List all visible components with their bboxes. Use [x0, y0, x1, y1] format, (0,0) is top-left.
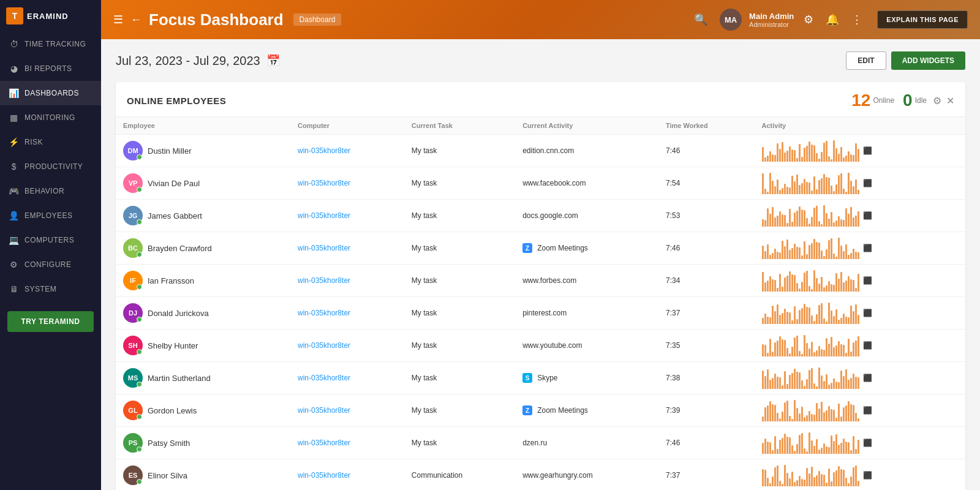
activity-bar	[840, 272, 842, 292]
activity-bar	[858, 315, 859, 324]
activity-bar	[855, 216, 857, 227]
activity-bar	[777, 341, 778, 356]
activity-bar	[853, 217, 854, 227]
activity-bar	[850, 306, 852, 324]
activity-bar	[816, 153, 818, 162]
try-teramind-button[interactable]: TRY TERAMIND	[7, 311, 94, 332]
video-icon[interactable]: ⬛	[863, 374, 872, 382]
activity-bar	[767, 369, 769, 389]
activity-bar	[853, 186, 854, 194]
video-icon[interactable]: ⬛	[863, 146, 872, 155]
video-icon[interactable]: ⬛	[863, 276, 872, 285]
activity-bar	[813, 352, 815, 356]
activity-bar	[838, 154, 840, 162]
activity-bar	[850, 181, 852, 194]
time-worked-cell: 7:53	[658, 200, 754, 232]
idle-label: Idle	[915, 96, 927, 105]
task-cell: My task	[404, 135, 515, 167]
activity-bar	[806, 468, 808, 486]
activity-bar	[796, 158, 798, 162]
table-header: EmployeeComputerCurrent TaskCurrent Acti…	[116, 117, 965, 135]
video-icon[interactable]: ⬛	[863, 309, 872, 317]
activity-bar	[840, 219, 842, 227]
notification-icon[interactable]: 🔔	[826, 13, 839, 26]
activity-bar	[845, 369, 847, 389]
task-cell: My task	[404, 362, 515, 394]
activity-bar	[833, 379, 835, 389]
settings-icon[interactable]: ⚙	[804, 13, 813, 26]
activity-bar	[845, 244, 847, 259]
sidebar-item-productivity[interactable]: $PRODUCTIVITY	[0, 154, 101, 179]
back-arrow-icon[interactable]: ←	[130, 13, 141, 26]
activity-bar	[764, 345, 766, 356]
activity-bar	[818, 471, 820, 486]
activity-bar	[779, 315, 781, 324]
employee-cell-9: PSPatsy Smith	[116, 427, 290, 459]
sidebar-item-behavior[interactable]: 🎮BEHAVIOR	[0, 179, 101, 203]
activity-bar	[769, 339, 771, 356]
sidebar-item-bi-reports[interactable]: ◕BI REPORTS	[0, 56, 101, 81]
video-icon[interactable]: ⬛	[863, 244, 872, 252]
activity-bar	[801, 308, 803, 324]
activity-bar	[843, 282, 845, 292]
activity-bar	[794, 482, 796, 486]
computer-cell: win-035khor8ter	[290, 232, 404, 265]
video-icon[interactable]: ⬛	[863, 439, 872, 447]
sidebar-item-dashboards[interactable]: 📊DASHBOARDS	[0, 81, 101, 105]
activity-bar	[811, 190, 813, 194]
sidebar-item-employees[interactable]: 👤EMPLOYEES	[0, 203, 101, 228]
sidebar-item-computers[interactable]: 💻COMPUTERS	[0, 228, 101, 252]
activity-text: Skype	[537, 374, 557, 382]
activity-bar	[811, 368, 813, 389]
activity-bar	[767, 353, 769, 356]
activity-bar	[794, 213, 796, 227]
hamburger-icon[interactable]: ☰	[113, 13, 123, 26]
activity-bar	[843, 314, 845, 324]
activity-bar	[811, 289, 813, 292]
widget-settings-icon[interactable]: ⚙	[933, 95, 941, 107]
video-icon[interactable]: ⬛	[863, 179, 872, 187]
computer-cell: win-035khor8ter	[290, 394, 404, 427]
time-worked-cell: 7:46	[658, 232, 754, 265]
activity-bar	[855, 449, 857, 454]
activity-bar	[840, 173, 842, 194]
video-icon[interactable]: ⬛	[863, 406, 872, 415]
col-header-computer: Computer	[290, 117, 404, 135]
sidebar-item-monitoring[interactable]: ▦MONITORING	[0, 105, 101, 130]
activity-bar	[823, 256, 825, 259]
video-icon[interactable]: ⬛	[863, 211, 872, 220]
more-options-icon[interactable]: ⋮	[851, 13, 862, 26]
explain-page-button[interactable]: EXPLAIN THIS PAGE	[877, 10, 968, 29]
activity-bar	[796, 480, 798, 486]
activity-bar	[762, 469, 764, 486]
activity-bar	[853, 155, 854, 162]
activity-bar	[843, 189, 845, 194]
activity-bar	[853, 342, 854, 356]
video-icon[interactable]: ⬛	[863, 471, 872, 480]
sidebar-item-risk[interactable]: ⚡RISK	[0, 130, 101, 154]
activity-bar	[826, 322, 827, 324]
activity-bar	[858, 440, 859, 454]
activity-bar	[762, 443, 764, 454]
activity-bar	[850, 279, 852, 292]
activity-bar	[806, 182, 808, 194]
calendar-icon[interactable]: 📅	[266, 54, 280, 67]
activity-bar	[777, 466, 778, 486]
employee-name: Donald Jurickova	[148, 309, 209, 318]
widget-close-icon[interactable]: ✕	[946, 95, 954, 107]
activity-bar	[818, 159, 820, 162]
avatar: DM	[123, 141, 143, 160]
search-icon[interactable]: 🔍	[694, 13, 707, 26]
sidebar-item-configure[interactable]: ⚙CONFIGURE	[0, 252, 101, 277]
add-widgets-button[interactable]: ADD WIDGETS	[891, 51, 965, 70]
activity-bar	[799, 372, 801, 389]
main-area: ☰ ← Focus Dashboard Dashboard 🔍 MA Main …	[101, 0, 980, 490]
video-icon[interactable]: ⬛	[863, 341, 872, 350]
activity-bar	[779, 440, 781, 454]
activity-bar	[779, 149, 781, 162]
activity-bar	[843, 439, 845, 454]
sidebar-item-time-tracking[interactable]: ⏱TIME TRACKING	[0, 32, 101, 56]
edit-button[interactable]: EDIT	[846, 51, 886, 70]
time-worked-cell: 7:37	[658, 459, 754, 491]
sidebar-item-system[interactable]: 🖥SYSTEM	[0, 277, 101, 301]
